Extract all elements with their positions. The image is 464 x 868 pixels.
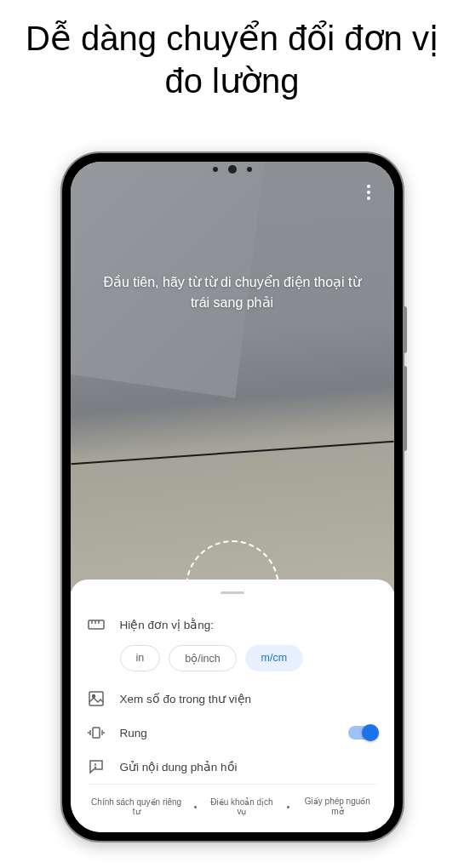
unit-chip-ftinch[interactable]: bộ/inch bbox=[169, 645, 236, 671]
unit-chips: in bộ/inch m/cm bbox=[120, 645, 377, 671]
gallery-icon bbox=[88, 690, 105, 707]
svg-rect-9 bbox=[93, 728, 100, 738]
more-icon[interactable] bbox=[358, 182, 379, 203]
vibrate-row: Rung bbox=[88, 716, 377, 750]
footer-links: Chính sách quyền riêng tư • Điều khoản d… bbox=[88, 784, 377, 832]
footer-license[interactable]: Giấy phép nguồn mở bbox=[298, 797, 376, 817]
gallery-row[interactable]: Xem số đo trong thư viện bbox=[88, 682, 377, 716]
svg-rect-7 bbox=[89, 692, 103, 705]
feedback-label: Gửi nội dung phản hồi bbox=[120, 760, 377, 774]
page-headline: Dễ dàng chuyển đổi đơn vị đo lường bbox=[0, 17, 464, 102]
footer-privacy[interactable]: Chính sách quyền riêng tư bbox=[88, 797, 186, 816]
camera-instruction: Đầu tiên, hãy từ từ di chuyển điện thoại… bbox=[71, 272, 394, 313]
unit-chip-mcm[interactable]: m/cm bbox=[245, 645, 304, 671]
gallery-label: Xem số đo trong thư viện bbox=[120, 692, 377, 705]
settings-sheet: Hiện đơn vị bằng: in bộ/inch m/cm Xem số… bbox=[71, 580, 394, 832]
svg-rect-3 bbox=[89, 620, 104, 629]
footer-terms[interactable]: Điều khoản dịch vụ bbox=[205, 797, 278, 816]
feedback-row[interactable]: Gửi nội dung phản hồi bbox=[88, 750, 377, 784]
vibrate-icon bbox=[88, 724, 105, 741]
svg-point-1 bbox=[367, 191, 370, 194]
units-row: Hiện đơn vị bằng: bbox=[88, 608, 377, 642]
units-label: Hiện đơn vị bằng: bbox=[120, 618, 377, 631]
feedback-icon bbox=[88, 758, 105, 775]
svg-point-15 bbox=[95, 768, 95, 768]
svg-point-2 bbox=[367, 197, 370, 200]
phone-mockup: Đầu tiên, hãy từ từ di chuyển điện thoại… bbox=[62, 153, 403, 841]
ruler-icon bbox=[88, 616, 105, 633]
vibrate-label: Rung bbox=[120, 727, 333, 740]
vibrate-toggle[interactable] bbox=[348, 726, 377, 740]
sheet-handle[interactable] bbox=[221, 591, 244, 594]
unit-chip-in[interactable]: in bbox=[120, 645, 161, 671]
phone-screen: Đầu tiên, hãy từ từ di chuyển điện thoại… bbox=[71, 162, 394, 832]
camera-view: Đầu tiên, hãy từ từ di chuyển điện thoại… bbox=[71, 162, 394, 591]
svg-point-0 bbox=[367, 185, 370, 188]
